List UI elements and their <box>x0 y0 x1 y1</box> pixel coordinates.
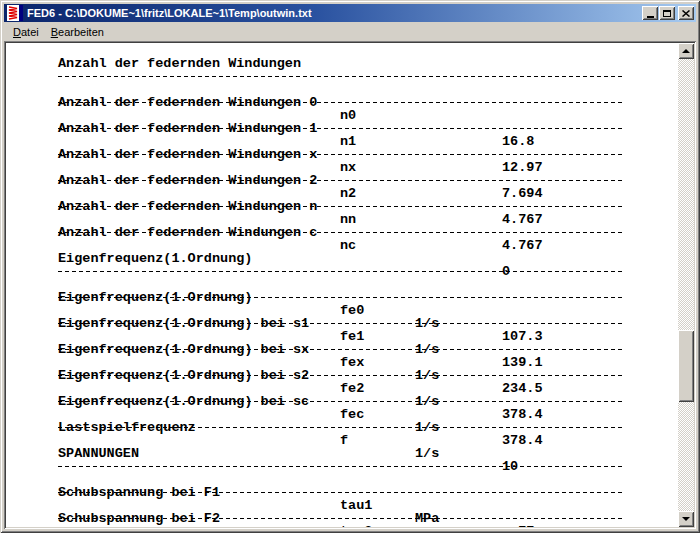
menubar: Datei Bearbeiten <box>4 22 696 41</box>
section-body: Schubspannung bei F1 tau1 MPa 77 Schubsp… <box>58 473 678 525</box>
separator-line <box>58 265 678 278</box>
menu-datei-accel: D <box>13 26 21 38</box>
separator-line <box>58 122 678 135</box>
separator-line <box>58 317 678 330</box>
separator-line <box>58 226 678 239</box>
scroll-up-button[interactable] <box>678 43 694 59</box>
menu-bearbeiten-rest: earbeiten <box>58 26 104 38</box>
menu-datei-rest: atei <box>21 26 39 38</box>
close-button[interactable] <box>678 6 694 20</box>
vertical-scrollbar[interactable] <box>678 43 694 527</box>
table-row: Anzahl der federnden Windungen x nx 7.69… <box>58 135 678 148</box>
close-icon <box>682 10 690 17</box>
scrollbar-thumb[interactable] <box>678 330 694 402</box>
table-row: Anzahl der federnden Windungen 1 n1 12.9… <box>58 109 678 122</box>
table-row: Eigenfrequenz(1.Ordnung) bei sx fex 1/s … <box>58 330 678 343</box>
table-row: Eigenfrequenz(1.Ordnung) bei s2 fe2 1/s … <box>58 356 678 369</box>
blank-line <box>58 434 678 447</box>
table-row: Eigenfrequenz(1.Ordnung) bei sc fec 1/s … <box>58 382 678 395</box>
minimize-icon <box>647 16 654 18</box>
separator-line <box>58 291 678 304</box>
section-header: SPANNUNGEN <box>58 447 678 460</box>
menu-datei[interactable]: Datei <box>7 24 45 40</box>
blank-line <box>58 525 678 527</box>
separator-line <box>58 395 678 408</box>
table-row: Anzahl der federnden Windungen n nn 4.76… <box>58 187 678 200</box>
table-row: Eigenfrequenz(1.Ordnung) fe0 1/s 107.3 <box>58 278 678 291</box>
arrow-up-icon <box>682 49 690 53</box>
text-document[interactable]: Anzahl der federnden Windungen Anzahl de… <box>6 43 678 527</box>
menu-bearbeiten-accel: B <box>51 26 58 38</box>
titlebar[interactable]: FED6 - C:\DOKUME~1\fritz\LOKALE~1\Temp\o… <box>4 4 696 22</box>
separator-line <box>58 460 678 473</box>
table-row: Schubspannung bei F1 tau1 MPa 77 <box>58 473 678 486</box>
separator-line <box>58 70 678 83</box>
separator-line <box>58 512 678 525</box>
table-row: Anzahl der federnden Windungen c nc 0 <box>58 213 678 226</box>
window-controls <box>642 6 694 20</box>
table-row: Anzahl der federnden Windungen 2 n2 4.76… <box>58 161 678 174</box>
section-header: Anzahl der federnden Windungen <box>58 57 678 70</box>
separator-line <box>58 96 678 109</box>
section-header: Eigenfrequenz(1.Ordnung) <box>58 252 678 265</box>
section-body: Anzahl der federnden Windungen 0 n0 16.8… <box>58 83 678 239</box>
separator-line <box>58 174 678 187</box>
table-row: Lastspielfrequenz f 1/s 10 <box>58 408 678 421</box>
section-body: Eigenfrequenz(1.Ordnung) fe0 1/s 107.3 E… <box>58 278 678 434</box>
table-row: Anzahl der federnden Windungen 0 n0 16.8 <box>58 83 678 96</box>
table-row: Schubspannung bei F2 tau2 MPa 493 <box>58 499 678 512</box>
content-area: Anzahl der federnden Windungen Anzahl de… <box>4 41 696 529</box>
separator-line <box>58 200 678 213</box>
menu-bearbeiten[interactable]: Bearbeiten <box>45 24 110 40</box>
maximize-icon <box>663 10 671 17</box>
window-title: FED6 - C:\DOKUME~1\fritz\LOKALE~1\Temp\o… <box>27 7 642 19</box>
separator-line <box>58 486 678 499</box>
arrow-down-icon <box>682 517 690 521</box>
separator-line <box>58 421 678 434</box>
app-spring-icon <box>7 5 23 21</box>
table-row: Eigenfrequenz(1.Ordnung) bei s1 fe1 1/s … <box>58 304 678 317</box>
minimize-button[interactable] <box>642 6 658 20</box>
maximize-button[interactable] <box>659 6 675 20</box>
scroll-down-button[interactable] <box>678 511 694 527</box>
separator-line <box>58 148 678 161</box>
separator-line <box>58 369 678 382</box>
app-window: FED6 - C:\DOKUME~1\fritz\LOKALE~1\Temp\o… <box>0 0 700 533</box>
separator-line <box>58 343 678 356</box>
